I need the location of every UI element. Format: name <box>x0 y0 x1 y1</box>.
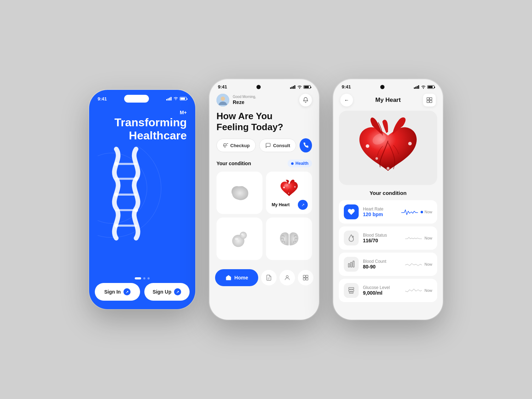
consult-icon <box>265 143 271 148</box>
battery-icon <box>180 97 187 100</box>
organ-card-gallbladder[interactable] <box>216 218 262 260</box>
svg-rect-43 <box>430 100 432 103</box>
page-title-3: My Heart <box>375 97 401 104</box>
notch-2 <box>256 85 261 89</box>
home-icon <box>225 274 232 281</box>
heart-rate-right: Now <box>401 208 432 216</box>
signup-button[interactable]: Sign Up ↗ <box>144 283 190 301</box>
condition-section-title: Your condition <box>339 190 437 196</box>
metric-blood-status[interactable]: Blood Status 116/70 Now <box>339 226 437 250</box>
blood-status-name: Blood Status <box>363 233 400 238</box>
blood-count-info: Blood Count 80-90 <box>363 259 400 270</box>
back-button[interactable]: ← <box>340 94 353 106</box>
svg-point-9 <box>114 162 118 166</box>
heart-label: My Heart <box>272 202 290 207</box>
svg-rect-57 <box>349 292 353 294</box>
signup-arrow-icon: ↗ <box>174 288 181 295</box>
now-indicator-1: Now <box>421 210 432 214</box>
dot-2 <box>143 277 145 279</box>
svg-point-24 <box>288 193 289 194</box>
svg-rect-17 <box>294 85 295 89</box>
document-icon <box>266 274 272 281</box>
glucose-chart <box>405 286 422 295</box>
wifi-icon-3 <box>421 85 426 89</box>
svg-rect-35 <box>414 87 415 89</box>
document-nav-button[interactable] <box>261 270 277 285</box>
svg-rect-16 <box>293 86 294 89</box>
avatar <box>216 94 229 106</box>
svg-rect-40 <box>427 98 429 100</box>
avatar-svg <box>216 94 229 106</box>
phone1-cta-buttons: Sign In ↗ Sign Up ↗ <box>89 283 195 309</box>
svg-point-39 <box>423 88 424 88</box>
phone1-content: M+ Transforming Healthcare <box>89 103 195 274</box>
blood-count-right: Now <box>405 260 432 268</box>
checkup-button[interactable]: Checkup <box>216 139 256 152</box>
glucose-name: Glucose Level <box>363 285 400 290</box>
svg-rect-32 <box>306 276 308 278</box>
gallbladder-svg <box>230 229 249 249</box>
svg-rect-1 <box>168 98 169 100</box>
signin-button[interactable]: Sign In ↗ <box>95 283 140 301</box>
svg-rect-54 <box>349 290 354 291</box>
home-nav-button[interactable]: Home <box>215 269 258 286</box>
consult-button[interactable]: Consult <box>259 139 296 152</box>
call-button[interactable] <box>300 138 312 152</box>
svg-rect-34 <box>306 278 308 280</box>
blood-status-right: Now <box>405 234 432 242</box>
grid-nav-button[interactable] <box>298 270 313 285</box>
page-dots <box>89 274 195 283</box>
svg-rect-0 <box>166 99 167 100</box>
glucose-value: 9,000/ml <box>363 290 400 296</box>
profile-nav-button[interactable] <box>279 270 295 285</box>
notch-3 <box>380 85 384 89</box>
svg-rect-42 <box>427 100 429 103</box>
condition-section: Your condition Heart Rate 120 bpm Now <box>333 185 443 302</box>
health-badge: Health <box>288 160 312 167</box>
brain-svg <box>278 229 301 249</box>
dna-illustration <box>98 146 187 267</box>
good-morning-text: Good Morning, <box>233 94 256 99</box>
greeting-section: Good Morning, Reze <box>233 94 256 105</box>
blood-status-info: Blood Status 116/70 <box>363 233 400 243</box>
phone1-title: Transforming Healthcare <box>98 116 187 142</box>
wifi-icon-2 <box>297 85 302 89</box>
svg-rect-33 <box>303 278 305 280</box>
svg-point-48 <box>376 157 378 160</box>
phone2-header: Good Morning, Reze <box>209 89 319 111</box>
grid-view-button[interactable] <box>423 94 436 106</box>
now-label-4: Now <box>424 288 432 293</box>
now-label-1: Now <box>424 210 432 214</box>
heart-rate-info: Heart Rate 120 bpm <box>363 207 397 217</box>
glucose-info: Glucose Level 9,000/ml <box>363 285 400 296</box>
heart-organ-svg <box>278 178 301 200</box>
svg-point-22 <box>283 187 285 189</box>
svg-rect-50 <box>348 264 350 267</box>
condition-header: Your condition Health <box>216 160 312 167</box>
svg-rect-37 <box>417 86 418 89</box>
organ-card-liver[interactable] <box>216 172 262 214</box>
status-icons-1 <box>166 97 187 100</box>
svg-rect-15 <box>291 87 293 89</box>
notification-button[interactable] <box>299 94 312 106</box>
metric-blood-count[interactable]: Blood Count 80-90 Now <box>339 253 437 276</box>
organ-card-heart[interactable]: My Heart ↗ <box>266 172 312 214</box>
metric-glucose[interactable]: Glucose Level 9,000/ml Now <box>339 279 437 302</box>
phone3-header: ← My Heart <box>333 89 443 111</box>
metric-heart-rate[interactable]: Heart Rate 120 bpm Now <box>339 200 437 224</box>
svg-rect-51 <box>351 262 352 267</box>
signal-icon-2 <box>290 85 296 89</box>
status-icons-2 <box>290 85 311 89</box>
heart-rate-name: Heart Rate <box>363 207 397 212</box>
svg-rect-38 <box>418 85 419 89</box>
heart-rate-value: 120 bpm <box>363 212 397 217</box>
svg-point-13 <box>114 224 118 227</box>
signal-icon <box>166 97 172 100</box>
svg-point-45 <box>366 144 369 148</box>
organ-card-brain[interactable] <box>266 218 312 260</box>
phone-2: 9:41 <box>209 79 319 320</box>
heart-rate-icon <box>347 208 355 216</box>
blood-count-name: Blood Count <box>363 259 400 264</box>
glucose-right: Now <box>405 286 432 295</box>
bell-icon <box>302 97 309 103</box>
